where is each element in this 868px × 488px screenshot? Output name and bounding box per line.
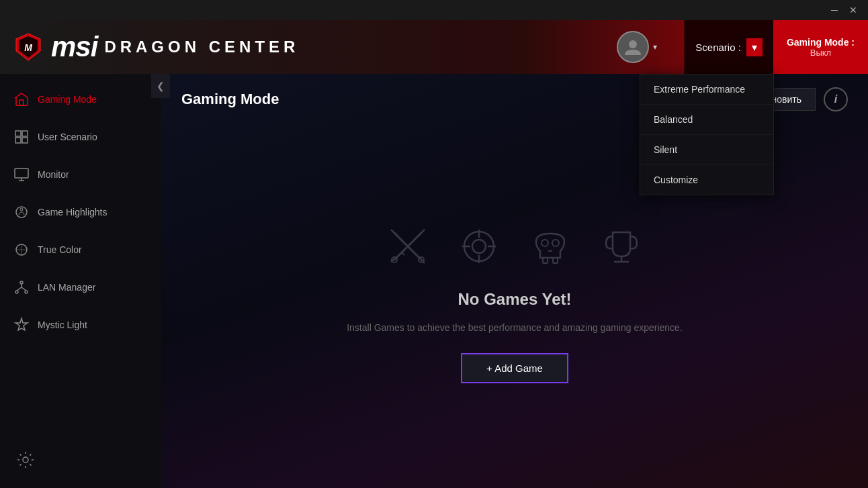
- dropdown-item-extreme[interactable]: Extreme Performance: [640, 75, 773, 105]
- scenario-label: Scenario :: [695, 42, 741, 53]
- svg-point-15: [25, 291, 28, 293]
- svg-rect-9: [15, 168, 28, 178]
- empty-state-subtitle: Install Games to achieve the best perfor…: [347, 322, 683, 333]
- svg-point-14: [15, 291, 18, 293]
- header-right: ▾ Scenario : ▾ Gaming Mode : Выкл: [383, 20, 868, 74]
- home-icon: [11, 89, 32, 110]
- gaming-mode-header: Gaming Mode : Выкл: [773, 20, 868, 74]
- svg-rect-4: [19, 100, 24, 105]
- logo-text: msi: [51, 31, 97, 63]
- dropdown-item-customize[interactable]: Customize: [640, 165, 773, 195]
- msi-logo-icon: M: [13, 32, 43, 62]
- lan-icon: [11, 277, 32, 298]
- svg-point-27: [472, 240, 486, 253]
- avatar-chevron-icon: ▾: [653, 42, 657, 52]
- dropdown-item-silent[interactable]: Silent: [640, 135, 773, 165]
- title-bar: ─ ✕: [0, 0, 868, 20]
- trophy-icon: [598, 223, 645, 270]
- avatar[interactable]: [617, 31, 649, 63]
- svg-rect-8: [22, 138, 28, 143]
- game-icons-row: [384, 223, 645, 270]
- avatar-area[interactable]: ▾: [617, 31, 657, 63]
- svg-line-22: [391, 230, 398, 236]
- sidebar-item-gaming-mode-label: Gaming Mode: [38, 94, 97, 105]
- close-button[interactable]: ✕: [844, 1, 863, 19]
- svg-point-13: [20, 281, 23, 284]
- sidebar-item-gaming-mode[interactable]: Gaming Mode: [0, 81, 161, 118]
- sidebar-item-user-scenario-label: User Scenario: [38, 132, 97, 142]
- sidebar-item-true-color-label: True Color: [38, 244, 82, 255]
- crosshair-icon: [455, 223, 503, 270]
- sidebar: Gaming Mode User Scenario Mo: [0, 74, 161, 488]
- svg-point-34: [541, 240, 548, 246]
- grid-icon: [11, 126, 32, 148]
- sidebar-item-monitor-label: Monitor: [38, 169, 69, 180]
- scenario-area: Scenario : ▾: [684, 20, 773, 74]
- gaming-mode-header-value: Выкл: [810, 48, 831, 58]
- svg-point-3: [629, 40, 637, 48]
- svg-rect-5: [15, 131, 21, 136]
- skull-icon: [527, 223, 574, 270]
- app-name-text: DRAGON CENTER: [104, 38, 299, 56]
- scenario-dropdown-button[interactable]: ▾: [746, 38, 763, 56]
- sidebar-item-game-highlights-label: Game Highlights: [38, 207, 107, 217]
- svg-line-20: [418, 230, 425, 236]
- game-highlights-icon: [11, 201, 32, 223]
- minimize-button[interactable]: ─: [825, 1, 844, 19]
- sidebar-item-mystic-light-label: Mystic Light: [38, 320, 87, 330]
- info-button[interactable]: i: [824, 87, 848, 111]
- app-header: M msi DRAGON CENTER ▾ Scenario : ▾ Gamin…: [0, 20, 868, 74]
- svg-rect-6: [22, 131, 28, 136]
- dropdown-item-balanced[interactable]: Balanced: [640, 105, 773, 135]
- sidebar-item-game-highlights[interactable]: Game Highlights: [0, 193, 161, 231]
- page-title: Gaming Mode: [181, 91, 279, 108]
- svg-rect-7: [15, 138, 21, 143]
- mystic-light-icon: [11, 314, 32, 336]
- svg-text:M: M: [24, 42, 32, 53]
- sidebar-item-lan-manager[interactable]: LAN Manager: [0, 269, 161, 306]
- svg-point-11: [20, 208, 23, 211]
- swords-icon: [384, 223, 431, 270]
- sidebar-bottom: [0, 434, 161, 488]
- monitor-icon: [11, 164, 32, 185]
- sidebar-toggle-icon: ❮: [157, 81, 165, 91]
- sidebar-item-user-scenario[interactable]: User Scenario: [0, 118, 161, 156]
- sidebar-item-lan-manager-label: LAN Manager: [38, 282, 95, 293]
- svg-point-16: [23, 457, 28, 462]
- true-color-icon: [11, 239, 32, 260]
- sidebar-item-true-color[interactable]: True Color: [0, 231, 161, 269]
- empty-state-title: No Games Yet!: [458, 290, 572, 309]
- svg-point-35: [552, 240, 559, 246]
- sidebar-item-monitor[interactable]: Monitor: [0, 156, 161, 193]
- sidebar-item-mystic-light[interactable]: Mystic Light: [0, 306, 161, 344]
- add-game-button[interactable]: + Add Game: [461, 353, 568, 383]
- sidebar-toggle-button[interactable]: ❮: [151, 74, 170, 98]
- gaming-mode-header-label: Gaming Mode :: [787, 37, 855, 48]
- settings-icon: [16, 450, 35, 472]
- logo-area: M msi DRAGON CENTER: [0, 31, 383, 63]
- sidebar-nav: Gaming Mode User Scenario Mo: [0, 74, 161, 434]
- scenario-dropdown: Extreme Performance Balanced Silent Cust…: [640, 74, 774, 195]
- settings-button[interactable]: [11, 445, 150, 477]
